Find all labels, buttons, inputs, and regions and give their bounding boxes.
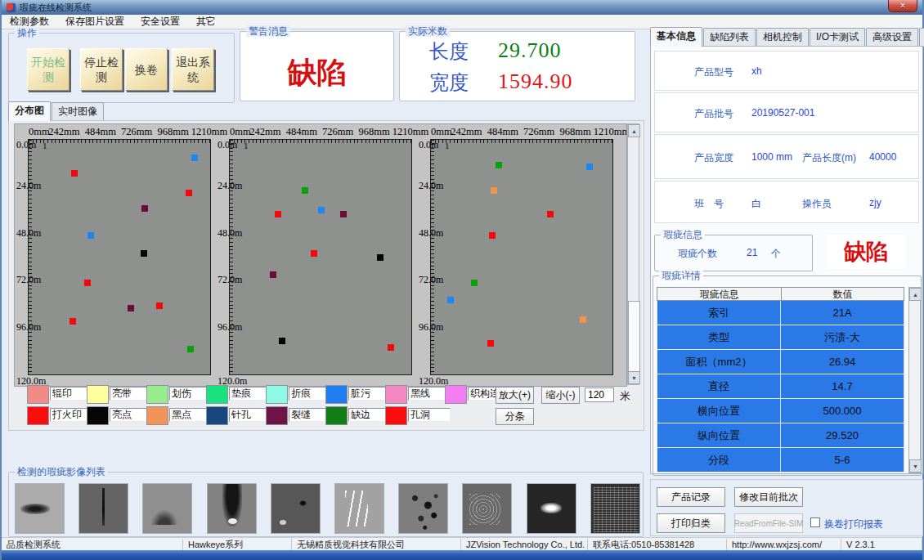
scrollbar-thumb[interactable] [628,301,640,373]
roll-print-checkbox-label: 换卷打印报表 [824,517,883,531]
defect-thumbnail-6[interactable] [334,483,384,534]
table-row[interactable]: 面积（mm2）26.94 [657,350,917,374]
legend-color-swatch [325,406,348,425]
defect-info-groupbox: 瑕疵信息 瑕疵个数 21 个 [654,235,813,271]
change-roll-button[interactable]: 换卷 [125,48,168,91]
close-button[interactable]: ✕ [888,0,917,12]
scatter-panel-2: 0mm242mm484mm726mm968mm1210mm10.0m24.0m4… [216,125,420,385]
legend-color-swatch [445,385,467,404]
y-axis-tick-label: 120.0m [218,375,253,387]
tab-defect-list[interactable]: 缺陷列表 [703,28,756,47]
exit-system-button[interactable]: 退出系统 [172,48,214,91]
legend-color-swatch [266,385,288,404]
modify-batch-button[interactable]: 修改目前批次 [734,487,803,507]
zoom-in-label: 放大(+) [499,388,531,402]
product-record-button[interactable]: 产品记录 [657,487,725,507]
defect-table-body: 索引21A类型污渍-大面积（mm2）26.94直径14.7横向位置500.000… [657,301,917,473]
defect-thumbnail-1[interactable] [15,483,65,534]
scatter-plot [229,139,412,375]
table-row[interactable]: 分段5-6 [657,448,917,473]
table-scroll-down-button[interactable]: ▼ [909,459,922,473]
arrow-down-icon: ▼ [631,375,637,381]
tab-basic-info[interactable]: 基本信息 [650,27,702,47]
legend-color-swatch [266,406,288,425]
table-row[interactable]: 横向位置500.000 [657,399,917,423]
table-scrollbar[interactable]: ▲ ▼ [908,287,921,473]
x-axis-tick-label: 0mm [230,126,251,138]
basic-info-panel: 产品型号 xh 产品批号 20190527-001 产品宽度 1000 mm 产… [650,46,923,474]
table-scroll-up-button[interactable]: ▲ [909,288,922,301]
product-width-value: 1000 mm [751,151,792,163]
scroll-up-button[interactable]: ▲ [628,124,640,137]
tab-realtime-image[interactable]: 实时图像 [52,102,104,121]
tab-camera-control[interactable]: 相机控制 [756,28,809,47]
tab-io-card-test[interactable]: I/O卡测试 [810,28,865,47]
table-row[interactable]: 直径14.7 [657,374,917,399]
x-axis-tick-label: 484mm [85,126,116,138]
defect-attr-name: 横向位置 [657,399,781,423]
table-row[interactable]: 索引21A [657,301,917,325]
defect-thumbnail-10[interactable] [590,483,640,534]
width-value: 1594.90 [498,69,573,96]
legend-label-box[interactable]: 孔洞 [408,408,451,422]
meters-input[interactable] [585,388,614,402]
split-button[interactable]: 分条 [496,408,534,425]
scatter-panel-1: 0mm242mm484mm726mm968mm1210mm10.0m24.0m4… [15,125,219,385]
scroll-down-button[interactable]: ▼ [628,371,640,384]
legend-color-swatch [146,406,168,425]
product-model-value: xh [751,65,762,77]
arrow-up-icon: ▲ [913,292,918,298]
operator-label: 操作员 [802,197,832,211]
table-row[interactable]: 类型污渍-大 [657,325,917,350]
legend-color-swatch [206,385,228,404]
stop-detection-button[interactable]: 停止检测 [80,48,123,91]
y-axis-tick-label: 0.0m [419,139,455,151]
defect-info-group-label: 瑕疵信息 [661,229,705,240]
close-icon: ✕ [899,2,906,10]
zoom-out-label: 缩小(-) [546,388,576,402]
y-axis-tick-label: 72.0m [16,274,52,286]
windows-taskbar[interactable] [2,550,922,560]
roll-print-checkbox[interactable] [810,517,820,527]
x-axis-tick-label: 968mm [157,126,188,138]
defect-attr-value: 21A [781,301,904,325]
x-axis-tick-label: 726mm [121,126,152,138]
menu-item-保存图片设置[interactable]: 保存图片设置 [57,14,132,29]
defect-attr-name: 索引 [657,301,781,325]
product-batch-value: 20190527-001 [751,107,814,119]
defect-attr-name: 类型 [657,325,781,350]
defect-thumbnail-3[interactable] [142,483,192,534]
defect-thumbnail-8[interactable] [462,483,512,534]
defect-point-red [388,344,394,351]
print-category-button[interactable]: 打印归类 [657,513,725,533]
tab-distribution-map[interactable]: 分布图 [8,101,51,121]
defect-thumbnail-5[interactable] [271,483,321,534]
start-detection-button[interactable]: 开始检测 [27,48,70,91]
defect-attr-value: 5-6 [781,448,904,473]
y-axis-tick-label: 120.0m [16,375,52,387]
tab-runtime-status[interactable]: 运行状态信息 [919,28,924,47]
length-value: 29.700 [498,38,562,65]
defect-thumbnail-4[interactable] [207,483,257,534]
legend-color-swatch [206,406,228,425]
defect-thumbnail-9[interactable] [527,483,576,534]
tab-advanced-settings[interactable]: 高级设置 [866,28,918,47]
defect-point-purple [270,271,276,278]
table-row[interactable]: 纵向位置29.520 [657,423,917,448]
defect-point-red [71,170,78,177]
defect-point-red [70,318,76,325]
defect-point-red [84,280,91,286]
defect-attr-value: 29.520 [781,423,904,448]
defect-attr-value: 500.000 [781,399,904,423]
chart-vertical-scrollbar[interactable]: ▲ ▼ [627,123,639,385]
zoom-out-button[interactable]: 缩小(-) [541,387,580,404]
defect-attr-value: 14.7 [781,374,904,399]
defect-point-red [487,340,494,347]
zoom-in-button[interactable]: 放大(+) [496,387,534,404]
menu-item-其它[interactable]: 其它 [188,14,224,29]
y-axis-tick-label: 24.0m [16,180,52,192]
defect-thumbnail-2[interactable] [78,483,128,534]
defect-thumbnail-7[interactable] [398,483,448,534]
defect-attr-name: 面积（mm2） [657,350,781,374]
menu-item-安全设置[interactable]: 安全设置 [132,14,188,29]
